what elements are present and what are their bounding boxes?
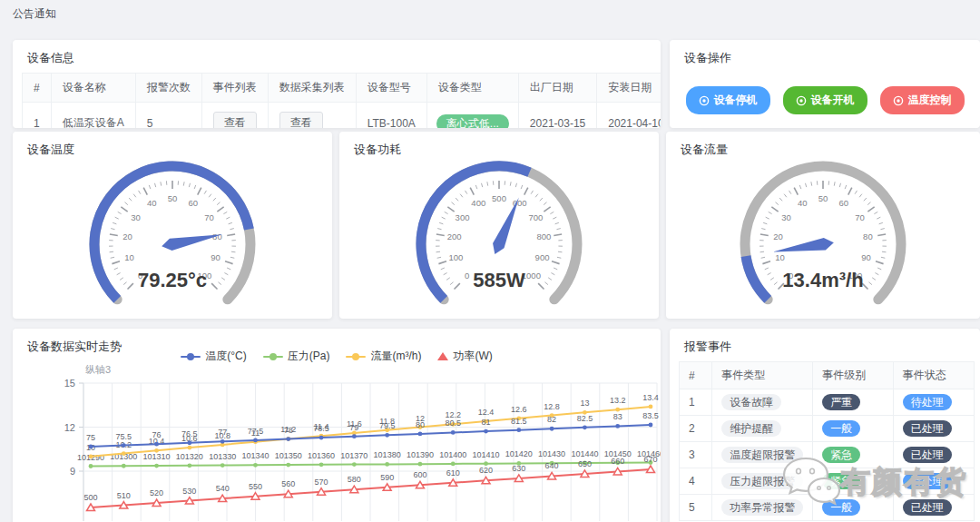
col-index: # [680, 362, 712, 389]
alarm-row: 5功率异常报警一般已处理 [680, 495, 975, 521]
power-gauge-card: 设备功耗 01002003004005006007008009001000585… [339, 132, 659, 319]
alarm-header-row: # 事件类型 事件级别 事件状态 [680, 362, 975, 389]
device-stop-label: 设备停机 [714, 93, 758, 108]
svg-text:30: 30 [131, 212, 141, 222]
svg-text:101350: 101350 [275, 451, 302, 460]
flow-gauge: 010203040506070809010013.4m³/h [666, 159, 980, 319]
temperature-gauge-card: 设备温度 010203040506070809010079.25°c [13, 132, 332, 319]
device-start-button[interactable]: 设备开机 [783, 86, 867, 114]
event-type-tag: 压力超限报警 [721, 473, 803, 489]
svg-text:90: 90 [861, 252, 871, 262]
svg-text:0: 0 [465, 271, 469, 281]
svg-text:530: 530 [182, 487, 196, 496]
svg-text:620: 620 [479, 466, 493, 475]
svg-text:76: 76 [152, 430, 162, 439]
device-factory-date: 2021-03-15 [518, 103, 596, 129]
svg-text:79.25°c: 79.25°c [138, 269, 207, 291]
svg-text:13.4: 13.4 [642, 393, 659, 402]
view-events-button[interactable]: 查看 [213, 112, 257, 128]
alarm-row: 4压力超限报警紧急待处理 [680, 468, 975, 495]
device-info-title: 设备信息 [13, 40, 661, 73]
svg-text:12: 12 [64, 422, 75, 433]
col-events: 事件列表 [201, 74, 268, 103]
svg-text:200: 200 [447, 231, 462, 241]
event-type-tag: 温度超限报警 [721, 447, 803, 463]
event-level-tag: 一般 [822, 420, 860, 437]
device-stop-button[interactable]: 设备停机 [686, 86, 770, 114]
svg-text:101400: 101400 [439, 450, 466, 459]
device-ops-title: 设备操作 [670, 40, 980, 73]
col-alarms: 报警次数 [135, 74, 201, 103]
svg-text:100: 100 [449, 252, 464, 262]
event-type-tag: 功率异常报警 [721, 499, 803, 516]
svg-text:630: 630 [512, 464, 525, 473]
circle-dot-icon [796, 95, 807, 106]
svg-text:10: 10 [775, 252, 785, 262]
power-gauge: 01002003004005006007008009001000585W [339, 159, 659, 319]
svg-text:纵轴3: 纵轴3 [85, 364, 111, 375]
svg-text:79.5: 79.5 [379, 421, 396, 430]
device-alarm-count: 5 [135, 103, 201, 129]
svg-text:13.4m³/h: 13.4m³/h [782, 269, 863, 291]
svg-text:83: 83 [613, 412, 622, 421]
svg-text:80: 80 [416, 420, 425, 429]
svg-text:300: 300 [456, 212, 470, 222]
svg-text:70: 70 [204, 212, 214, 222]
svg-text:500: 500 [492, 193, 506, 203]
svg-text:78: 78 [284, 426, 293, 435]
trend-chart-card: 设备数据实时走势 温度(°C) 压力(Pa) 流量(m³/h) 功率(W) 15… [13, 329, 661, 522]
svg-text:70: 70 [855, 212, 865, 222]
event-level-tag: 紧急 [822, 447, 860, 463]
temperature-control-button[interactable]: 温度控制 [880, 86, 965, 114]
circle-dot-icon [893, 95, 904, 106]
view-data-list-button[interactable]: 查看 [279, 112, 323, 128]
notice-label: 公告通知 [13, 6, 56, 22]
svg-text:75: 75 [86, 433, 95, 442]
alarm-index: 4 [680, 468, 712, 495]
svg-text:101410: 101410 [473, 450, 500, 459]
svg-text:570: 570 [315, 478, 328, 487]
svg-text:77: 77 [218, 428, 227, 437]
svg-text:101380: 101380 [374, 450, 401, 459]
svg-text:400: 400 [471, 198, 485, 208]
svg-text:80.5: 80.5 [445, 419, 461, 428]
circle-dot-icon [699, 95, 710, 106]
event-level-tag: 严重 [822, 394, 860, 410]
svg-text:77.5: 77.5 [248, 427, 264, 436]
svg-text:60: 60 [188, 198, 198, 208]
svg-text:20: 20 [773, 231, 783, 241]
alarm-index: 1 [680, 389, 712, 416]
svg-text:640: 640 [545, 461, 559, 470]
svg-text:79: 79 [349, 423, 358, 432]
event-type-tag: 维护提醒 [721, 420, 781, 437]
svg-text:13.2: 13.2 [610, 396, 626, 405]
svg-text:670: 670 [643, 455, 657, 464]
svg-text:40: 40 [798, 198, 808, 208]
event-level-tag: 一般 [822, 499, 860, 516]
device-info-table: # 设备名称 报警次数 事件列表 数据采集列表 设备型号 设备类型 出厂日期 安… [22, 73, 661, 128]
alarm-row: 2维护提醒一般已处理 [680, 416, 975, 442]
svg-text:12.6: 12.6 [511, 405, 527, 414]
svg-text:40: 40 [147, 198, 157, 208]
svg-text:101340: 101340 [241, 451, 269, 460]
svg-text:20: 20 [122, 231, 132, 241]
alarm-index: 2 [680, 416, 712, 442]
svg-text:76.5: 76.5 [181, 429, 198, 438]
svg-text:81: 81 [482, 418, 491, 427]
svg-text:650: 650 [578, 459, 592, 468]
event-status-tag: 已处理 [903, 447, 952, 463]
svg-text:90: 90 [211, 252, 220, 262]
svg-text:101320: 101320 [176, 452, 203, 461]
device-model: LTB-100A [356, 103, 426, 129]
svg-text:82: 82 [547, 415, 556, 424]
col-index: # [23, 74, 52, 103]
device-install-date: 2021-04-10 [597, 103, 661, 129]
svg-text:660: 660 [611, 457, 624, 466]
svg-text:101440: 101440 [571, 449, 598, 458]
svg-text:580: 580 [348, 475, 361, 484]
svg-text:75.5: 75.5 [116, 432, 132, 441]
svg-text:550: 550 [249, 482, 262, 491]
device-name: 低温泵设备A [51, 103, 135, 129]
device-ops-card: 设备操作 设备停机 设备开机 温度控制 [670, 40, 980, 128]
event-status-tag: 待处理 [903, 473, 952, 489]
